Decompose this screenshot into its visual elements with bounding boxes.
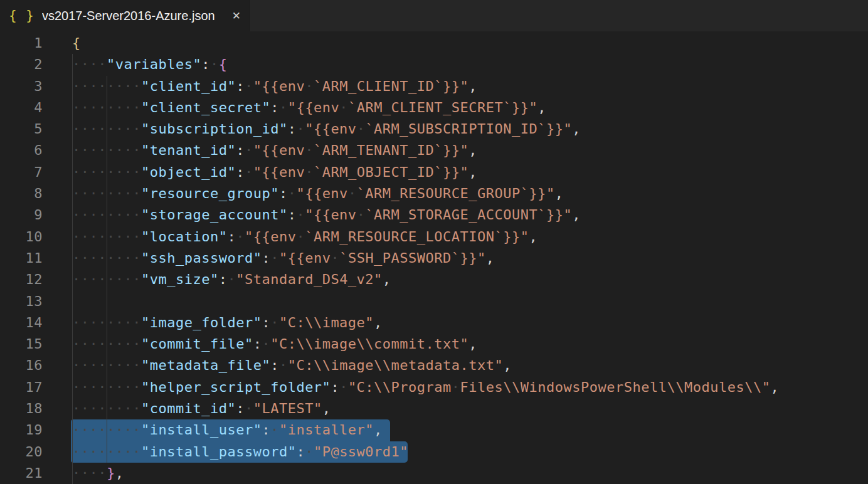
json-key: "subscription_id" <box>141 121 288 137</box>
json-key: "ssh_password" <box>141 250 262 266</box>
whitespace-dots: · <box>227 271 236 287</box>
json-key: "client_secret" <box>141 100 270 115</box>
json-key: "resource_group" <box>141 186 279 201</box>
code-line-14[interactable]: ········"image_folder":·"C:\\image", <box>72 312 868 334</box>
whitespace-dots: · <box>305 142 314 158</box>
indent-guide <box>72 54 73 484</box>
whitespace-dots: ········ <box>72 78 141 94</box>
whitespace-dots: · <box>245 142 253 158</box>
whitespace-dots: · <box>210 56 219 72</box>
json-string: `ARM_SUBSCRIPTION_ID`}}" <box>365 121 572 137</box>
line-number: 10 <box>0 226 43 248</box>
code-lines[interactable]: {····"variables":·{········"client_id":·… <box>43 33 868 484</box>
code-line-18[interactable]: ········"commit_id":·"LATEST", <box>72 398 868 419</box>
whitespace-dots: · <box>357 207 366 223</box>
punctuation: : <box>270 100 279 115</box>
punctuation: : <box>262 315 270 330</box>
punctuation: , <box>468 142 477 158</box>
whitespace-dots: ········ <box>72 336 141 352</box>
code-line-20[interactable]: ········"install_password":·"P@ssw0rd1" <box>72 441 868 463</box>
json-string: "C:\\image" <box>279 315 374 330</box>
json-string: "LATEST" <box>253 401 322 416</box>
json-string: `ARM_STORAGE_ACCOUNT`}}" <box>365 207 572 223</box>
punctuation: , <box>503 357 512 373</box>
json-key: "helper_script_folder" <box>141 379 331 395</box>
code-line-8[interactable]: ········"resource_group":·"{{env·`ARM_RE… <box>72 183 868 204</box>
json-string: "P@ssw0rd1" <box>314 444 408 460</box>
whitespace-dots: ········ <box>72 422 141 438</box>
json-key: "client_id" <box>141 78 236 94</box>
whitespace-dots: · <box>279 100 288 115</box>
whitespace-dots: ········ <box>72 121 141 137</box>
whitespace-dots: · <box>296 229 305 245</box>
json-string: `SSH_PASSWORD`}}" <box>339 250 486 266</box>
code-line-5[interactable]: ········"subscription_id":·"{{env·`ARM_S… <box>72 118 868 140</box>
json-key: "commit_id" <box>141 401 236 416</box>
punctuation: , <box>383 271 391 287</box>
punctuation: : <box>219 271 228 287</box>
code-line-11[interactable]: ········"ssh_password":·"{{env·`SSH_PASS… <box>72 248 868 269</box>
punctuation: , <box>537 100 546 115</box>
code-line-13[interactable] <box>72 291 868 312</box>
json-string: "Standard_DS4_v2" <box>236 271 383 287</box>
whitespace-dots: · <box>357 121 366 137</box>
punctuation: , <box>468 164 477 180</box>
code-line-6[interactable]: ········"tenant_id":·"{{env·`ARM_TENANT_… <box>72 140 868 161</box>
editor[interactable]: 123456789101112131415161718192021 {····"… <box>0 31 868 484</box>
code-line-1[interactable]: { <box>72 33 868 54</box>
whitespace-dots: ········ <box>72 444 141 460</box>
code-line-9[interactable]: ········"storage_account":·"{{env·`ARM_S… <box>72 204 868 226</box>
code-line-3[interactable]: ········"client_id":·"{{env·`ARM_CLIENT_… <box>72 76 868 97</box>
whitespace-dots: ········ <box>72 229 141 245</box>
whitespace-dots: · <box>245 401 253 416</box>
whitespace-dots: ········ <box>72 315 141 330</box>
whitespace-dots: ········ <box>72 250 141 266</box>
json-string: "{{env <box>253 164 305 180</box>
whitespace-dots: · <box>305 164 314 180</box>
whitespace-dots: · <box>452 379 460 395</box>
line-number: 8 <box>0 183 43 204</box>
code-line-19[interactable]: ········"install_user":·"installer", <box>72 419 868 441</box>
whitespace-dots: · <box>270 250 279 266</box>
punctuation: : <box>236 142 245 158</box>
line-number: 9 <box>0 204 43 226</box>
code-line-16[interactable]: ········"metadata_file":·"C:\\image\\met… <box>72 355 868 376</box>
line-number: 2 <box>0 54 43 75</box>
code-line-21[interactable]: ····}, <box>72 463 868 484</box>
bracket-depth2: { <box>219 56 228 72</box>
line-number: 7 <box>0 162 43 183</box>
punctuation: : <box>331 379 339 395</box>
punctuation: : <box>201 56 210 72</box>
punctuation: , <box>322 401 331 416</box>
whitespace-dots: ········ <box>72 379 141 395</box>
whitespace-dots: · <box>305 78 314 94</box>
code-line-10[interactable]: ········"location":·"{{env·`ARM_RESOURCE… <box>72 226 868 248</box>
json-string: `ARM_TENANT_ID`}}" <box>314 142 468 158</box>
tab-close-icon[interactable]: ✕ <box>230 9 243 23</box>
json-string: "{{env <box>288 100 339 115</box>
punctuation: , <box>374 315 383 330</box>
json-string: "C:\\image\\metadata.txt" <box>288 357 504 373</box>
bracket-depth2: } <box>107 465 115 481</box>
punctuation: , <box>468 336 477 352</box>
punctuation: : <box>236 78 245 94</box>
code-line-7[interactable]: ········"object_id":·"{{env·`ARM_OBJECT_… <box>72 162 868 183</box>
json-string: "{{env <box>253 78 305 94</box>
json-key: "commit_file" <box>141 336 253 352</box>
line-number: 19 <box>0 419 43 441</box>
json-string: "C:\\image\\commit.txt" <box>270 336 468 352</box>
whitespace-dots: · <box>339 100 348 115</box>
code-line-17[interactable]: ········"helper_script_folder":·"C:\\Pro… <box>72 377 868 398</box>
tab-title: vs2017-Server2016-Azure.json <box>42 9 230 23</box>
code-line-15[interactable]: ········"commit_file":·"C:\\image\\commi… <box>72 334 868 355</box>
whitespace-dots: ········ <box>72 401 141 416</box>
tab-vs2017-server2016-azure-json[interactable]: { } vs2017-Server2016-Azure.json ✕ <box>0 0 250 31</box>
json-string: "{{env <box>296 186 347 201</box>
whitespace-dots: · <box>245 78 253 94</box>
json-string: "{{env <box>279 250 331 266</box>
code-line-4[interactable]: ········"client_secret":·"{{env·`ARM_CLI… <box>72 97 868 118</box>
code-line-2[interactable]: ····"variables":·{ <box>72 54 868 75</box>
code-line-12[interactable]: ········"vm_size":·"Standard_DS4_v2", <box>72 269 868 290</box>
json-string: Files\\WindowsPowerShell\\Modules\\" <box>460 379 771 395</box>
json-key: "variables" <box>107 56 201 72</box>
